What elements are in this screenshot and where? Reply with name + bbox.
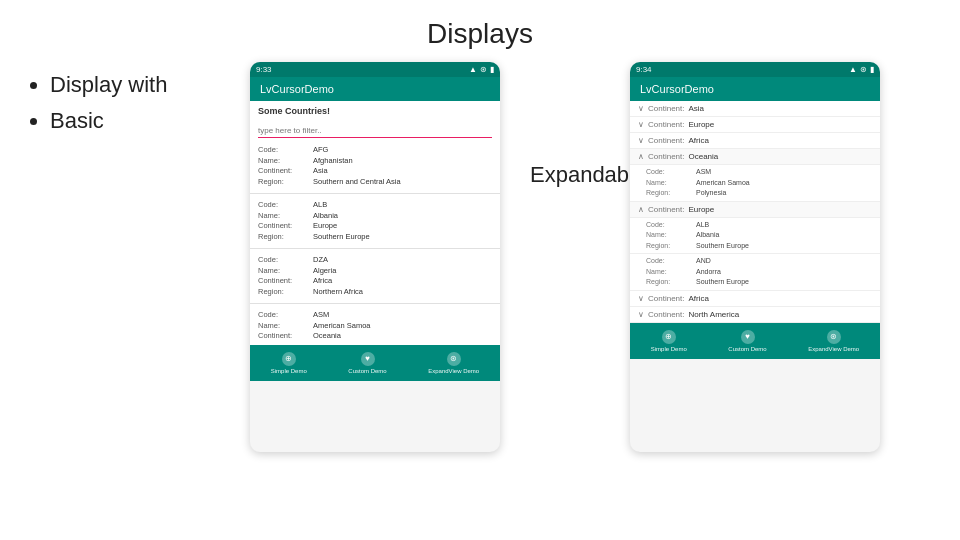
phone-body-right: ∨ Continent: Asia ∨ Continent: Europe ∨ …	[630, 101, 880, 323]
signal-icon: ▲	[469, 65, 477, 74]
continent-europe-expanded[interactable]: ∧ Continent: Europe	[630, 202, 880, 218]
simple-icon-right: ⊕	[662, 330, 676, 344]
country-item-4: Code:ASM Name:American Samoa Continent:O…	[250, 307, 500, 345]
phone-body-left: Some Countries! Code:AFG Name:Afghanista…	[250, 101, 500, 345]
status-time-left: 9:33	[256, 65, 272, 74]
country-and: Code:AND Name:Andorra Region:Southern Eu…	[630, 254, 880, 291]
country-item-3: Code:DZA Name:Algeria Continent:Africa R…	[250, 252, 500, 300]
continent-asia[interactable]: ∨ Continent: Asia	[630, 101, 880, 117]
expand-icon-left: ⊛	[447, 352, 461, 366]
chevron-oceania: ∧	[638, 152, 644, 161]
custom-icon-left: ♥	[361, 352, 375, 366]
bullet-item-2: Basic	[50, 108, 230, 134]
country-item-2: Code:ALB Name:Albania Continent:Europe R…	[250, 197, 500, 245]
continent-oceania[interactable]: ∧ Continent: Oceania	[630, 149, 880, 165]
chevron-north-america: ∨	[638, 310, 644, 319]
phone-bottom-bar-left: ⊕ Simple Demo ♥ Custom Demo ⊛ ExpandView…	[250, 345, 500, 381]
phone-search-input[interactable]	[258, 124, 492, 138]
continent-africa-bottom[interactable]: ∨ Continent: Africa	[630, 291, 880, 307]
custom-icon-right: ♥	[741, 330, 755, 344]
phone-expandable: 9:34 ▲ ⊛ ▮ LvCursorDemo ∨ Continent: Asi…	[630, 62, 880, 452]
expandable-label: Expandable	[510, 62, 610, 188]
simple-label-left: Simple Demo	[271, 368, 307, 374]
signal-icon-right: ▲	[849, 65, 857, 74]
bottom-simple-btn-right[interactable]: ⊕ Simple Demo	[651, 330, 687, 352]
continent-north-america[interactable]: ∨ Continent: North America	[630, 307, 880, 323]
bottom-simple-btn-left[interactable]: ⊕ Simple Demo	[271, 352, 307, 374]
country-asm: Code:ASM Name:American Samoa Region:Poly…	[630, 165, 880, 202]
simple-icon-left: ⊕	[282, 352, 296, 366]
bottom-expand-btn-left[interactable]: ⊛ ExpandView Demo	[428, 352, 479, 374]
left-panel: Display with Basic	[20, 62, 240, 144]
continent-africa-top[interactable]: ∨ Continent: Africa	[630, 133, 880, 149]
phone-list-header: Some Countries!	[250, 101, 500, 119]
app-name-left: LvCursorDemo	[260, 83, 334, 95]
phone-basic: 9:33 ▲ ⊛ ▮ LvCursorDemo Some Countries! …	[250, 62, 500, 452]
expand-icon-right: ⊛	[827, 330, 841, 344]
expand-label-left: ExpandView Demo	[428, 368, 479, 374]
status-icons-right: ▲ ⊛ ▮	[849, 65, 874, 74]
wifi-icon: ⊛	[480, 65, 487, 74]
chevron-africa-bottom: ∨	[638, 294, 644, 303]
phone-status-bar-right: 9:34 ▲ ⊛ ▮	[630, 62, 880, 77]
bottom-custom-btn-left[interactable]: ♥ Custom Demo	[348, 352, 386, 374]
chevron-europe-top: ∨	[638, 120, 644, 129]
simple-label-right: Simple Demo	[651, 346, 687, 352]
page-title: Displays	[0, 0, 960, 62]
chevron-europe-expanded: ∧	[638, 205, 644, 214]
phone-status-bar-left: 9:33 ▲ ⊛ ▮	[250, 62, 500, 77]
country-alb: Code:ALB Name:Albania Region:Southern Eu…	[630, 218, 880, 255]
status-time-right: 9:34	[636, 65, 652, 74]
bullet-item-1: Display with	[50, 72, 230, 98]
wifi-icon-right: ⊛	[860, 65, 867, 74]
battery-icon: ▮	[490, 65, 494, 74]
custom-label-right: Custom Demo	[728, 346, 766, 352]
custom-label-left: Custom Demo	[348, 368, 386, 374]
bottom-custom-btn-right[interactable]: ♥ Custom Demo	[728, 330, 766, 352]
phone-title-bar-right: LvCursorDemo	[630, 77, 880, 101]
phone-bottom-bar-right: ⊕ Simple Demo ♥ Custom Demo ⊛ ExpandView…	[630, 323, 880, 359]
chevron-asia: ∨	[638, 104, 644, 113]
continent-europe-top[interactable]: ∨ Continent: Europe	[630, 117, 880, 133]
app-name-right: LvCursorDemo	[640, 83, 714, 95]
country-item-1: Code:AFG Name:Afghanistan Continent:Asia…	[250, 142, 500, 190]
battery-icon-right: ▮	[870, 65, 874, 74]
bottom-expand-btn-right[interactable]: ⊛ ExpandView Demo	[808, 330, 859, 352]
chevron-africa-top: ∨	[638, 136, 644, 145]
phone-title-bar-left: LvCursorDemo	[250, 77, 500, 101]
status-icons-left: ▲ ⊛ ▮	[469, 65, 494, 74]
expand-label-right: ExpandView Demo	[808, 346, 859, 352]
